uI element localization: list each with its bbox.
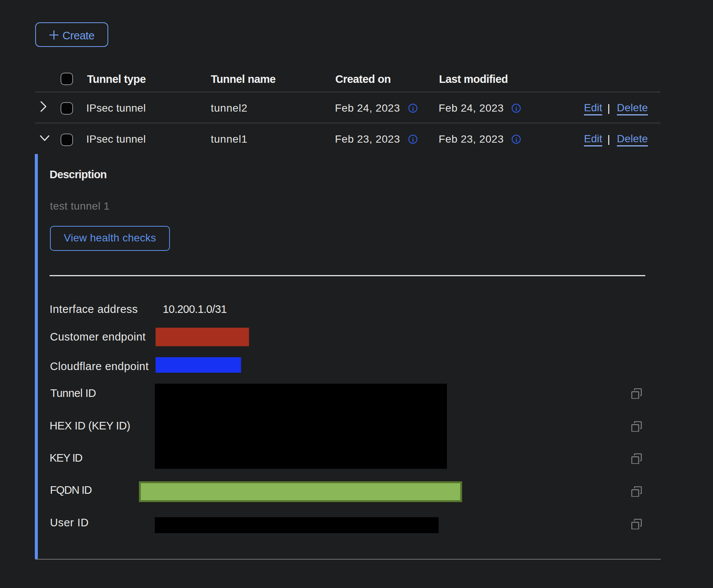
svg-text:i: i xyxy=(412,136,414,143)
svg-text:i: i xyxy=(412,105,414,112)
svg-text:i: i xyxy=(515,105,517,112)
svg-text:i: i xyxy=(515,136,517,143)
